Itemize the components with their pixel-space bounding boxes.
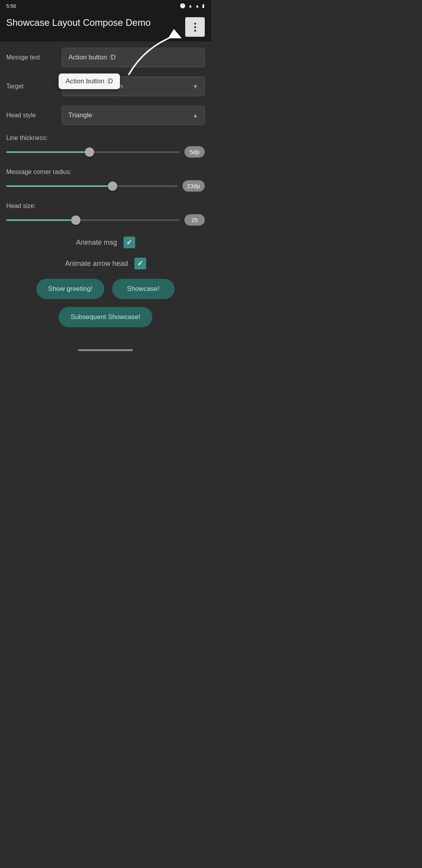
signal-icon: ▲ — [188, 3, 193, 9]
showcase-button[interactable]: Showcase! — [112, 279, 175, 299]
line-thickness-value: 5dp — [184, 146, 205, 158]
line-thickness-fill — [6, 151, 89, 153]
home-bar — [78, 349, 133, 351]
line-thickness-row: Line thickness: 5dp — [6, 135, 205, 158]
clock-icon: 🕐 — [180, 3, 186, 9]
animate-arrow-head-label: Animate arrow head — [65, 260, 128, 268]
animate-msg-row: Animate msg ✓ — [6, 237, 205, 248]
animate-msg-label: Animate msg — [76, 239, 117, 247]
corner-radius-row: Message corner radius: 23dp — [6, 169, 205, 192]
head-size-track-wrapper — [6, 216, 180, 224]
animate-msg-checkbox[interactable]: ✓ — [123, 237, 135, 248]
message-text-label: Messge text — [6, 54, 57, 61]
corner-radius-slider-container: 23dp — [6, 180, 205, 192]
head-style-row: Head style Triangle ▲ — [6, 106, 205, 125]
head-size-track — [6, 219, 180, 221]
head-size-value: 25 — [184, 214, 205, 226]
head-style-dropdown-arrow-icon: ▲ — [193, 112, 198, 118]
target-label: Target — [6, 83, 57, 90]
status-icons: 🕐 ▲ ▲ ▮ — [180, 3, 205, 9]
primary-buttons-row: Show greeting! Showcase! — [6, 279, 205, 299]
head-style-dropdown-value: Triangle — [68, 111, 92, 119]
subsequent-showcase-row: Subsequent Showcase! — [6, 307, 205, 327]
show-greeting-button[interactable]: Show greeting! — [36, 279, 104, 299]
line-thickness-label: Line thickness: — [6, 135, 205, 142]
battery-icon: ▮ — [202, 3, 205, 9]
corner-radius-thumb[interactable] — [108, 181, 117, 191]
top-bar: Showcase Layout Compose Demo — [0, 11, 211, 41]
animate-arrow-head-row: Animate arrow head ✓ — [6, 258, 205, 269]
corner-radius-label: Message corner radius: — [6, 169, 205, 176]
corner-radius-value: 23dp — [182, 180, 205, 192]
overflow-menu-icon — [194, 23, 196, 32]
wifi-icon: ▲ — [195, 3, 200, 9]
app-title: Showcase Layout Compose Demo — [6, 17, 151, 29]
head-size-thumb[interactable] — [71, 215, 80, 225]
corner-radius-track — [6, 185, 178, 187]
animate-msg-check-icon: ✓ — [126, 238, 132, 247]
corner-radius-track-wrapper — [6, 182, 178, 190]
message-text-input[interactable] — [62, 48, 205, 67]
animate-arrow-head-checkbox[interactable]: ✓ — [134, 258, 146, 269]
line-thickness-track-wrapper — [6, 148, 180, 156]
message-text-field-wrapper — [62, 48, 205, 67]
animate-arrow-head-check-icon: ✓ — [137, 259, 143, 268]
status-bar: 5:56 🕐 ▲ ▲ ▮ — [0, 0, 211, 11]
line-thickness-track — [6, 151, 180, 153]
overflow-menu-button[interactable] — [185, 17, 205, 37]
head-style-label: Head style — [6, 112, 57, 119]
home-indicator — [0, 345, 211, 353]
head-style-dropdown[interactable]: Triangle ▲ — [62, 106, 205, 125]
head-size-label: Head size: — [6, 203, 205, 210]
tooltip: Action button :D — [59, 74, 120, 89]
corner-radius-fill — [6, 185, 113, 187]
status-time: 5:56 — [6, 3, 16, 9]
target-dropdown-arrow-icon: ▼ — [193, 83, 198, 90]
head-size-row: Head size: 25 — [6, 203, 205, 226]
line-thickness-thumb[interactable] — [85, 147, 94, 157]
message-text-row: Messge text — [6, 48, 205, 67]
subsequent-showcase-button[interactable]: Subsequent Showcase! — [59, 307, 152, 327]
tooltip-text: Action button :D — [66, 77, 113, 85]
line-thickness-slider-container: 5dp — [6, 146, 205, 158]
head-size-fill — [6, 219, 76, 221]
head-style-dropdown-wrapper: Triangle ▲ — [62, 106, 205, 125]
head-size-slider-container: 25 — [6, 214, 205, 226]
